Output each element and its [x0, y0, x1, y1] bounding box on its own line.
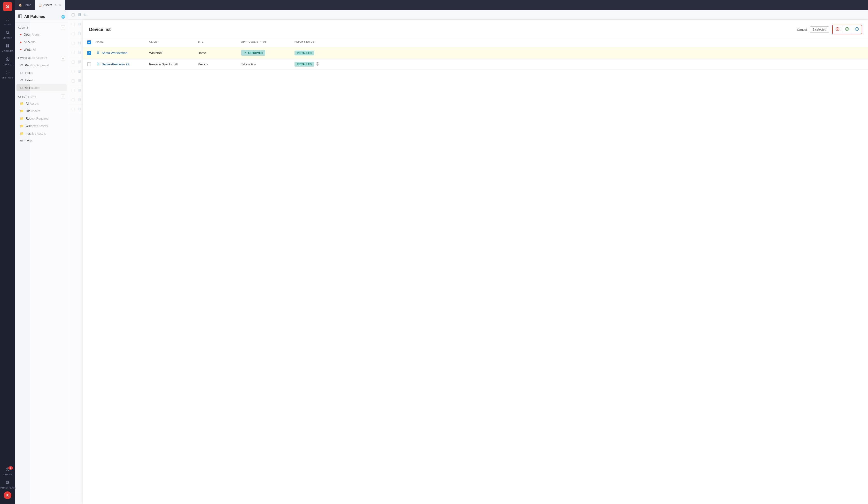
- assets-tab-icon: 📋: [38, 3, 42, 7]
- nav-sidebar: S ⌂ HOME SEARCH MODULES CREATE SETTINGS …: [0, 0, 15, 504]
- pending-icon: 🏷: [20, 63, 23, 67]
- modal-title: Device list: [89, 27, 111, 32]
- col-client: CLIENT: [149, 40, 198, 44]
- table-header: NAME CLIENT SITE APPROVAL STATUS PATCH S…: [83, 38, 868, 47]
- action-approve-button[interactable]: [842, 25, 852, 34]
- sidebar-item-timers[interactable]: 1 TIMERS: [0, 465, 15, 478]
- action-info-button[interactable]: [852, 25, 862, 34]
- col-site: SITE: [198, 40, 241, 44]
- svg-point-9: [7, 72, 8, 73]
- cancel-button[interactable]: Cancel: [797, 28, 807, 31]
- sidebar-item-search[interactable]: SEARCH: [0, 28, 15, 41]
- svg-rect-2: [6, 44, 8, 46]
- settings-icon: [6, 71, 10, 76]
- device-row: 🖥 Server-Pearson- 22 Pearson Spector Lit…: [83, 59, 868, 70]
- assets-tab-label: Assets: [43, 3, 52, 7]
- sidebar-item-create[interactable]: CREATE: [0, 55, 15, 68]
- row2-approval-cell: Take action: [241, 62, 294, 66]
- windows-assets-icon: 📁: [20, 124, 24, 128]
- patch-name: S...: [84, 13, 865, 17]
- assets-tab-refresh-icon: ↻: [54, 4, 57, 7]
- select-all-checkbox[interactable]: [87, 40, 91, 44]
- panel-title: All Patches: [24, 14, 59, 19]
- selected-badge[interactable]: 1 selected: [810, 27, 829, 33]
- row2-checkbox[interactable]: [87, 62, 91, 66]
- panel-header-icon: [18, 14, 22, 19]
- row2-name-cell: 🖥 Server-Pearson- 22: [96, 62, 149, 66]
- patch-row: 🖥 S...: [68, 10, 868, 20]
- nav-label-settings: SETTINGS: [1, 76, 13, 79]
- sidebar-item-modules[interactable]: MODULES: [0, 41, 15, 55]
- row2-installed-badge: INSTALLED: [294, 62, 314, 66]
- row1-device-name[interactable]: Septa Workstation: [102, 51, 127, 55]
- info-icon: [855, 27, 859, 32]
- row2-info-icon[interactable]: [316, 62, 319, 66]
- reboot-icon: 📁: [20, 117, 24, 120]
- patch-checkbox[interactable]: [71, 13, 75, 17]
- row1-site: Home: [198, 51, 241, 55]
- nav-label-timers: TIMERS: [3, 473, 12, 476]
- row1-approval-cell: APPROVED: [241, 50, 294, 56]
- trash-icon: 🗑: [20, 139, 23, 143]
- assets-tab-close[interactable]: ✕: [59, 4, 61, 7]
- col-extra: [343, 40, 353, 44]
- svg-point-14: [8, 483, 9, 484]
- col-approval: APPROVAL STATUS: [241, 40, 294, 44]
- timer-badge: 1: [8, 466, 13, 470]
- svg-rect-4: [6, 46, 8, 48]
- device-row: 🖥 Septa Workstation Winterfell Home APPR…: [83, 47, 868, 59]
- nav-label-marketplace: MARKETPLACE: [0, 486, 16, 489]
- row1-approved-badge: APPROVED: [241, 50, 265, 56]
- svg-rect-19: [18, 14, 22, 18]
- approved-check-icon: [244, 51, 247, 55]
- modal-overlay: Device list Cancel 1 selected: [30, 20, 868, 504]
- winterfell-icon: ●: [20, 48, 22, 51]
- row1-patch-cell: INSTALLED: [294, 51, 343, 55]
- svg-rect-5: [8, 46, 9, 48]
- main-area: 🏠 Home 📋 Assets ↻ ✕ All Patches 🌐 ALERTS…: [15, 0, 868, 504]
- modal-header: Device list Cancel 1 selected: [83, 20, 868, 38]
- home-tab-icon: 🏠: [18, 3, 22, 7]
- nav-label-home: HOME: [4, 23, 11, 26]
- col-checkbox: [87, 40, 96, 44]
- panel-globe-icon[interactable]: 🌐: [61, 15, 65, 19]
- svg-line-1: [8, 33, 9, 34]
- action-icons-group: [832, 25, 862, 34]
- modal-header-actions: Cancel 1 selected: [797, 25, 862, 34]
- svg-point-13: [6, 483, 7, 484]
- tab-home[interactable]: 🏠 Home: [15, 0, 35, 10]
- search-icon: [6, 31, 10, 36]
- sidebar-item-home[interactable]: ⌂ HOME: [0, 15, 15, 28]
- sidebar-item-marketplace[interactable]: MARKETPLACE: [0, 478, 15, 491]
- row1-installed-badge: INSTALLED: [294, 51, 314, 55]
- svg-point-11: [6, 482, 7, 482]
- modal-panel: Device list Cancel 1 selected: [83, 20, 868, 504]
- latest-icon: 🏷: [20, 78, 23, 82]
- row2-take-action[interactable]: Take action: [241, 63, 256, 66]
- row2-checkbox-cell: [87, 62, 96, 66]
- row1-checkbox[interactable]: [87, 51, 91, 55]
- col-patch: PATCH STATUS: [294, 40, 343, 44]
- open-alerts-icon: ●: [20, 33, 22, 36]
- marketplace-icon: [6, 481, 10, 486]
- svg-rect-3: [8, 44, 9, 46]
- action-delete-button[interactable]: [833, 25, 842, 34]
- row1-name-cell: 🖥 Septa Workstation: [96, 51, 149, 55]
- row2-device-icon: 🖥: [96, 62, 100, 66]
- sidebar-item-settings[interactable]: SETTINGS: [0, 68, 15, 81]
- row1-device-icon: 🖥: [96, 51, 100, 55]
- failed-icon: 🏷: [20, 71, 23, 75]
- create-icon: [6, 57, 10, 62]
- approve-icon: [845, 27, 849, 32]
- inactive-assets-icon: 📁: [20, 132, 24, 135]
- row1-checkbox-cell: [87, 51, 96, 55]
- home-tab-label: Home: [23, 3, 31, 7]
- tab-assets[interactable]: 📋 Assets ↻ ✕: [35, 0, 65, 10]
- all-patches-icon: 🏷: [20, 86, 23, 90]
- delete-icon: [835, 27, 840, 32]
- device-icon: 🖥: [78, 13, 81, 17]
- modules-icon: [6, 44, 10, 49]
- row2-device-name[interactable]: Server-Pearson- 22: [102, 62, 129, 66]
- app-logo: S: [3, 2, 12, 11]
- avatar[interactable]: R: [4, 491, 11, 499]
